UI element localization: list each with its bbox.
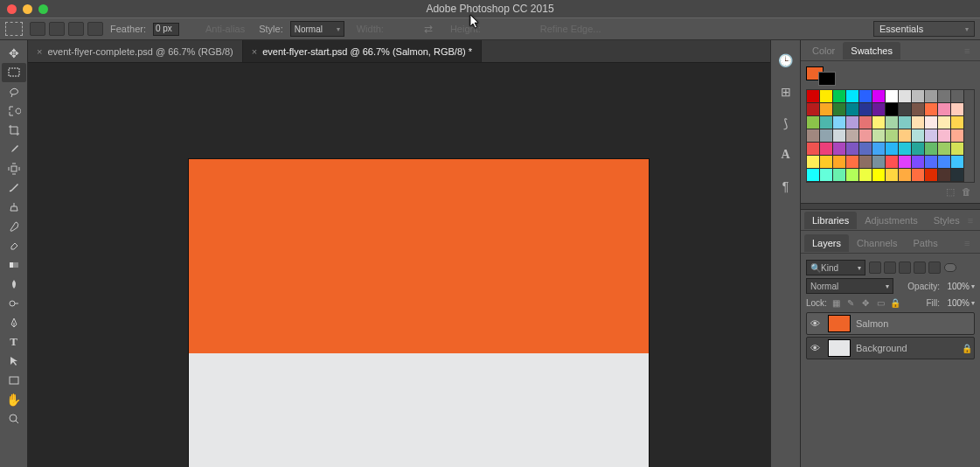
- filter-shape-icon[interactable]: [914, 261, 926, 274]
- filter-kind-select[interactable]: 🔍Kind ▾: [806, 260, 865, 275]
- history-panel-icon[interactable]: 🕒: [778, 52, 794, 68]
- swatch[interactable]: [912, 156, 925, 169]
- swatch[interactable]: [899, 129, 912, 143]
- panel-menu-icon[interactable]: ≡: [968, 215, 980, 226]
- swatch[interactable]: [925, 116, 938, 129]
- character-panel-icon[interactable]: A: [778, 147, 794, 163]
- layer-thumbnail[interactable]: [828, 315, 851, 332]
- close-tab-icon[interactable]: ×: [37, 46, 42, 57]
- panel-menu-icon[interactable]: ≡: [964, 45, 980, 56]
- crop-tool[interactable]: [2, 121, 26, 140]
- swatch[interactable]: [938, 169, 951, 182]
- brush-panel-icon[interactable]: ⟆: [778, 115, 794, 131]
- swatch[interactable]: [951, 169, 964, 182]
- swatch[interactable]: [833, 156, 846, 169]
- swatch[interactable]: [833, 103, 846, 116]
- background-color-swatch[interactable]: [818, 72, 836, 86]
- swatch[interactable]: [899, 116, 912, 129]
- swatch[interactable]: [846, 116, 859, 129]
- swatch[interactable]: [846, 156, 859, 169]
- swatch[interactable]: [807, 129, 820, 143]
- refine-edge-button[interactable]: Refine Edge...: [540, 24, 601, 34]
- history-brush-tool[interactable]: [2, 217, 26, 236]
- swatch[interactable]: [938, 143, 951, 156]
- document-tab[interactable]: ×event-flyer-complete.psd @ 66.7% (RGB/8…: [28, 40, 243, 62]
- document-canvas[interactable]: [189, 159, 649, 467]
- add-selection-icon[interactable]: [49, 22, 65, 36]
- zoom-tool[interactable]: [2, 409, 26, 429]
- swatch[interactable]: [938, 103, 951, 116]
- swatch[interactable]: [912, 116, 925, 129]
- swatch[interactable]: [872, 116, 886, 129]
- filter-type-icon[interactable]: [899, 261, 911, 274]
- opacity-input[interactable]: [942, 280, 970, 292]
- swatch[interactable]: [925, 103, 938, 116]
- swatch[interactable]: [899, 90, 912, 103]
- swatch[interactable]: [807, 143, 820, 156]
- swatch[interactable]: [938, 129, 951, 143]
- swatch[interactable]: [886, 143, 899, 156]
- swatch[interactable]: [912, 103, 925, 116]
- layer-thumbnail[interactable]: [828, 339, 851, 357]
- lock-position-icon[interactable]: ✥: [860, 297, 872, 309]
- swatch[interactable]: [938, 156, 951, 169]
- gradient-tool[interactable]: [2, 255, 26, 275]
- layer-name[interactable]: Background: [856, 343, 960, 353]
- swatch[interactable]: [951, 90, 964, 103]
- layer-row[interactable]: 👁Background🔒: [806, 337, 975, 359]
- swatch[interactable]: [833, 169, 846, 182]
- close-window-button[interactable]: [7, 4, 17, 14]
- tab-color[interactable]: Color: [804, 42, 843, 59]
- blend-mode-select[interactable]: Normal ▾: [806, 278, 893, 294]
- filter-smart-icon[interactable]: [928, 261, 941, 274]
- workspace-select[interactable]: Essentials ▾: [873, 21, 975, 37]
- new-swatch-icon[interactable]: ⬚: [946, 186, 955, 198]
- lock-transparency-icon[interactable]: ▦: [831, 297, 842, 309]
- swatch[interactable]: [820, 90, 833, 103]
- swatch[interactable]: [820, 116, 833, 129]
- swatch[interactable]: [899, 169, 912, 182]
- swatch[interactable]: [859, 143, 872, 156]
- swatch[interactable]: [859, 156, 872, 169]
- canvas-viewport[interactable]: [28, 63, 770, 467]
- tab-adjustments[interactable]: Adjustments: [857, 212, 926, 229]
- swatch[interactable]: [872, 169, 886, 182]
- swatch[interactable]: [859, 116, 872, 129]
- swatch[interactable]: [859, 169, 872, 182]
- swatch[interactable]: [846, 103, 859, 116]
- swatch[interactable]: [886, 116, 899, 129]
- swatch[interactable]: [846, 143, 859, 156]
- minimize-window-button[interactable]: [23, 4, 32, 14]
- quick-selection-tool[interactable]: [2, 101, 26, 121]
- swatch[interactable]: [859, 90, 872, 103]
- swatch[interactable]: [925, 169, 938, 182]
- swatch[interactable]: [951, 156, 964, 169]
- tab-swatches[interactable]: Swatches: [843, 42, 900, 59]
- filter-pixel-icon[interactable]: [869, 261, 881, 274]
- clone-stamp-tool[interactable]: [2, 198, 26, 217]
- hand-tool[interactable]: ✋: [2, 390, 26, 409]
- swatch[interactable]: [938, 116, 951, 129]
- swatch[interactable]: [859, 103, 872, 116]
- swatch[interactable]: [925, 90, 938, 103]
- new-selection-icon[interactable]: [30, 22, 45, 36]
- swatch[interactable]: [912, 90, 925, 103]
- panel-menu-icon[interactable]: ≡: [964, 238, 980, 248]
- foreground-background-colors[interactable]: [806, 66, 841, 86]
- swatch[interactable]: [807, 90, 820, 103]
- feather-input[interactable]: 0 px: [153, 23, 179, 36]
- swatch[interactable]: [820, 156, 833, 169]
- swatch[interactable]: [951, 116, 964, 129]
- swatch[interactable]: [807, 103, 820, 116]
- lock-all-icon[interactable]: 🔒: [890, 297, 901, 309]
- swatch[interactable]: [925, 156, 938, 169]
- swatch[interactable]: [886, 103, 899, 116]
- pen-tool[interactable]: [2, 313, 26, 332]
- swatch[interactable]: [925, 129, 938, 143]
- swatch[interactable]: [820, 103, 833, 116]
- swatch[interactable]: [951, 143, 964, 156]
- properties-panel-icon[interactable]: ⊞: [778, 84, 794, 100]
- tab-styles[interactable]: Styles: [926, 212, 968, 229]
- swatch[interactable]: [925, 143, 938, 156]
- swatch[interactable]: [833, 143, 846, 156]
